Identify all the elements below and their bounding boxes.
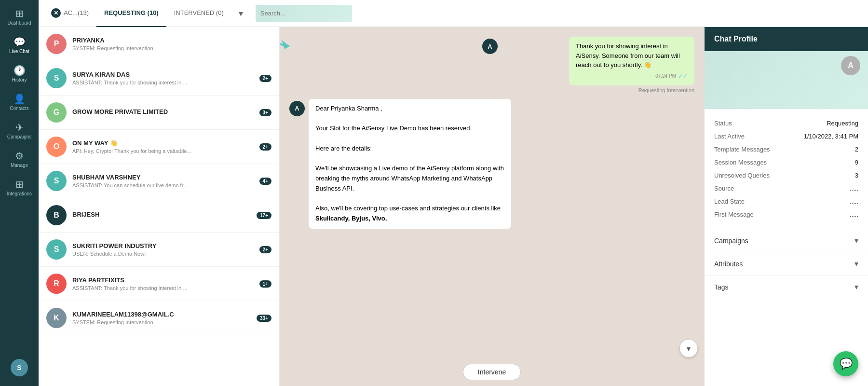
profile-row-unresolved-queries: Unresolved Queries 3 <box>714 169 858 182</box>
close-tab-icon[interactable]: ✕ <box>51 8 61 18</box>
message-bubble-2: Dear Priyanka Sharma , Your Slot for the… <box>309 99 511 229</box>
tab-dropdown[interactable]: ▾ <box>231 4 251 23</box>
message-bubble-1: Thank you for showing interest in AiSens… <box>569 37 694 85</box>
status-value: Requesting <box>827 120 858 127</box>
scroll-down-button[interactable]: ▾ <box>680 340 697 357</box>
campaigns-chevron-icon: ▾ <box>854 236 858 245</box>
contacts-icon: 👤 <box>14 94 26 104</box>
template-messages-label: Template Messages <box>714 146 770 153</box>
sidebar-label-campaigns: Campaigns <box>7 134 32 139</box>
sidebar-item-manage[interactable]: ⚙ Manage <box>2 147 36 172</box>
profile-header: Chat Profile <box>705 27 868 51</box>
chat-preview-8: ASSISTANT: Thank you for showing interes… <box>72 285 254 291</box>
chat-preview-9: SYSTEM: Requesting Intervention <box>72 319 251 325</box>
chat-name-2: SURYA KIRAN DAS <box>72 71 254 78</box>
avatar-onway: O <box>46 137 67 157</box>
chat-item-9[interactable]: K KUMARINEELAM11398@GMAIL.C SYSTEM: Requ… <box>39 301 279 335</box>
avatar-shubham: S <box>46 171 67 191</box>
sidebar-item-integrations[interactable]: ⊞ Integrations <box>2 176 36 200</box>
attributes-chevron-icon: ▾ <box>854 259 858 268</box>
badge-3: 3+ <box>259 109 271 116</box>
template-messages-value: 2 <box>855 146 858 153</box>
last-active-value: 1/10/2022, 3:41 PM <box>804 133 858 140</box>
source-label: Source <box>714 185 734 192</box>
last-active-label: Last Active <box>714 133 745 140</box>
chat-window: A Thank you for showing interest in AiSe… <box>280 27 704 386</box>
unresolved-queries-label: Unresolved Queries <box>714 172 770 179</box>
session-messages-label: Session Messages <box>714 159 767 166</box>
profile-section-campaigns[interactable]: Campaigns ▾ <box>705 229 868 252</box>
chat-name-4: ON MY WAY 👋 <box>72 139 254 147</box>
tab-active[interactable]: ✕ AC...(13) <box>43 0 96 27</box>
fab-chat-icon: 💬 <box>840 358 853 370</box>
tab-bar: ✕ AC...(13) REQUESTING (10) INTERVENED (… <box>39 0 868 27</box>
chat-name-8: RIYA PARTFIXITS <box>72 276 254 284</box>
main-content: ✕ AC...(13) REQUESTING (10) INTERVENED (… <box>39 0 868 386</box>
chat-item-5[interactable]: S SHUBHAM VARSHNEY ASSISTANT: You can sc… <box>39 164 279 198</box>
chat-item-8[interactable]: R RIYA PARTFIXITS ASSISTANT: Thank you f… <box>39 267 279 301</box>
fab-chat-button[interactable]: 💬 <box>833 351 858 376</box>
profile-image-area: A <box>705 51 868 109</box>
live-chat-icon: 💬 <box>14 37 26 47</box>
chat-info-4: ON MY WAY 👋 API: Hey, Crypto! Thank you … <box>72 139 254 154</box>
chat-item-1[interactable]: P PRIYANKA SYSTEM: Requesting Interventi… <box>39 27 279 61</box>
chat-name-6: BRIJESH <box>72 211 251 218</box>
profile-row-session-messages: Session Messages 9 <box>714 156 858 169</box>
badge-4: 2+ <box>259 143 271 151</box>
chat-name-9: KUMARINEELAM11398@GMAIL.C <box>72 311 251 318</box>
chat-name-1: PRIYANKA <box>72 37 271 44</box>
chat-info-7: SUKRITI POWER INDUSTRY USER: Schedule a … <box>72 242 254 257</box>
profile-row-last-active: Last Active 1/10/2022, 3:41 PM <box>714 130 858 143</box>
campaigns-icon: ✈ <box>15 123 24 132</box>
lead-state-label: Lead State <box>714 198 745 205</box>
attributes-section-label: Attributes <box>714 260 743 268</box>
sidebar-item-contacts[interactable]: 👤 Contacts <box>2 90 36 115</box>
message-time-1: 07:24 PM <box>655 72 676 80</box>
badge-5: 4+ <box>259 178 271 185</box>
intervene-button[interactable]: Intervene <box>463 364 521 380</box>
chat-preview-5: ASSISTANT: You can schedule our live dem… <box>72 182 254 188</box>
sidebar-item-live-chat[interactable]: 💬 Live Chat <box>2 33 36 58</box>
user-avatar[interactable]: S <box>11 359 28 376</box>
chat-name-3: GROW MORE PRIVATE LIMITED <box>72 108 254 115</box>
sidebar: ⊞ Dashboard 💬 Live Chat 🕐 History 👤 Cont… <box>0 0 39 386</box>
search-input[interactable] <box>256 5 352 22</box>
sidebar-label-dashboard: Dashboard <box>8 20 31 26</box>
content-area: P PRIYANKA SYSTEM: Requesting Interventi… <box>39 27 868 386</box>
profile-section-tags[interactable]: Tags ▾ <box>705 275 868 298</box>
chat-preview-7: USER: Schedule a Demo Now! <box>72 251 254 257</box>
chat-info-5: SHUBHAM VARSHNEY ASSISTANT: You can sche… <box>72 174 254 188</box>
chat-info-1: PRIYANKA SYSTEM: Requesting Intervention <box>72 37 271 51</box>
tab-intervened[interactable]: INTERVENED (0) <box>166 0 231 27</box>
chat-item-7[interactable]: S SUKRITI POWER INDUSTRY USER: Schedule … <box>39 233 279 267</box>
chat-item-3[interactable]: G GROW MORE PRIVATE LIMITED 3+ <box>39 96 279 130</box>
chat-item-4[interactable]: O ON MY WAY 👋 API: Hey, Crypto! Thank yo… <box>39 130 279 164</box>
chat-preview-4: API: Hey, Crypto! Thank you for being a … <box>72 148 254 154</box>
status-label: Status <box>714 120 732 127</box>
profile-row-first-message: First Message ..... <box>714 208 858 221</box>
first-message-value: ..... <box>850 211 858 218</box>
chat-name-5: SHUBHAM VARSHNEY <box>72 174 254 181</box>
profile-details: Status Requesting Last Active 1/10/2022,… <box>705 109 868 229</box>
agent-avatar-incoming: A <box>289 101 305 116</box>
sidebar-item-campaigns[interactable]: ✈ Campaigns <box>2 119 36 143</box>
sidebar-item-history[interactable]: 🕐 History <box>2 62 36 86</box>
tags-section-label: Tags <box>714 283 729 291</box>
arrow-annotation <box>280 27 309 72</box>
chat-item-2[interactable]: S SURYA KIRAN DAS ASSISTANT: Thank you f… <box>39 61 279 96</box>
chat-info-9: KUMARINEELAM11398@GMAIL.C SYSTEM: Reques… <box>72 311 251 325</box>
tab-requesting[interactable]: REQUESTING (10) <box>96 0 166 27</box>
sidebar-label-history: History <box>12 77 27 83</box>
chat-list: P PRIYANKA SYSTEM: Requesting Interventi… <box>39 27 280 386</box>
chat-messages: A Thank you for showing interest in AiSe… <box>280 27 704 358</box>
sidebar-item-dashboard[interactable]: ⊞ Dashboard <box>2 5 36 29</box>
chat-item-6[interactable]: B BRIJESH 17+ <box>39 198 279 233</box>
profile-row-status: Status Requesting <box>714 117 858 130</box>
unresolved-queries-value: 3 <box>855 172 858 179</box>
manage-icon: ⚙ <box>15 151 24 161</box>
avatar-sukriti: S <box>46 239 67 260</box>
tags-chevron-icon: ▾ <box>854 282 858 291</box>
intervene-btn-area: Intervene <box>280 358 704 386</box>
source-value: ..... <box>850 185 858 192</box>
profile-section-attributes[interactable]: Attributes ▾ <box>705 252 868 275</box>
